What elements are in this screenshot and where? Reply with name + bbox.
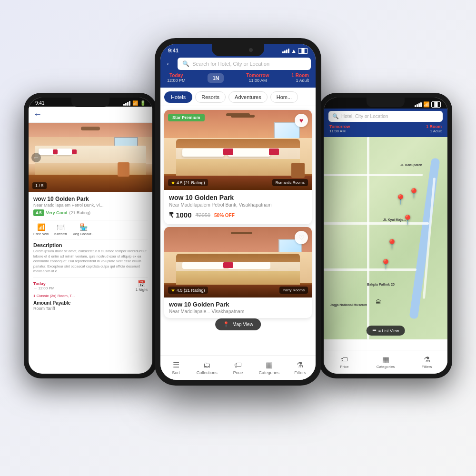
map-pin-4[interactable]: 📍	[386, 238, 398, 250]
tomorrow-time: 11:00 AM	[246, 78, 269, 83]
room-selection: 1 Classic (2x) Room, T...	[33, 294, 148, 298]
rating-label: Very Good	[46, 210, 68, 215]
right-phone-screen: 📶 ▐▌ 🔍 Hotel, City or Location Tomorrow …	[324, 98, 447, 374]
right-categories-icon: ▦	[382, 355, 389, 364]
map-road-3	[324, 268, 416, 271]
categories-icon: ▦	[266, 360, 273, 369]
map-pin-1[interactable]: 📍	[395, 194, 407, 205]
card1-heart[interactable]: ♥	[295, 114, 308, 127]
right-tomorrow-time: 11:00 AM	[329, 129, 350, 133]
left-phone: 9:41 📶 🔋 ←	[24, 93, 157, 378]
right-rooms-label: 1 Room	[426, 124, 442, 129]
center-header: ← 🔍 Search for Hotel, City or Location T…	[160, 55, 316, 88]
right-adults-label: 1 Adult	[426, 129, 442, 133]
card1-room-type: Romantic Rooms	[272, 179, 308, 186]
checkin-arrow: → 12:00 PM	[33, 286, 54, 290]
right-price-label: Price	[340, 365, 348, 369]
right-filters-label: Filters	[422, 365, 432, 369]
right-tomorrow-label: Tomorrow	[329, 124, 350, 129]
nav-collections[interactable]: 🗂 Collections	[191, 361, 222, 375]
card2-hotel-name: wow 10 Golden Park	[169, 301, 307, 308]
collections-label: Collections	[197, 370, 218, 375]
tab-hotels[interactable]: Hotels	[164, 91, 192, 103]
filters-label: Filters	[294, 370, 306, 375]
map-pin-2[interactable]: 📍	[408, 188, 420, 199]
map-view-btn[interactable]: 📍 Map View	[215, 318, 261, 330]
map-pin-5[interactable]: 📍	[380, 258, 392, 270]
rating-count: (21 Rating)	[69, 210, 91, 215]
nav-price[interactable]: 🏷 Price	[222, 361, 253, 375]
nav-categories[interactable]: ▦ Categories	[254, 360, 285, 375]
tomorrow-date-block: Tomorrow 11:00 AM	[246, 73, 269, 83]
categories-label: Categories	[258, 370, 279, 375]
card2-rating: ★ 4.5 (21 Rating)	[168, 287, 208, 294]
description-text: Lorem ipsum dolor sit amet, consectetur …	[33, 249, 148, 274]
card2-room-type: Party Rooms	[279, 287, 308, 294]
left-phone-screen: 9:41 📶 🔋 ←	[29, 98, 152, 374]
right-search-bar[interactable]: 🔍 Hotel, City or Location	[328, 111, 443, 122]
tab-homestays[interactable]: Hom...	[270, 91, 298, 103]
rating-score: 4.5	[33, 209, 44, 216]
card1-discount: 50% OFF	[214, 213, 235, 218]
tab-resorts[interactable]: Resorts	[195, 91, 226, 103]
right-nav-categories[interactable]: ▦ Categories	[365, 355, 407, 369]
hotel-card-1[interactable]: Star Premium ♥ Romantic Rooms ★	[164, 110, 312, 224]
today-date-block: Today 12:00 PM	[167, 73, 186, 83]
tab-adventures[interactable]: Adventures	[228, 91, 268, 103]
right-nav-price[interactable]: 🏷 Price	[324, 356, 365, 369]
card2-image: ♡ Party Rooms ★ 4.5 (21 Rating)	[164, 227, 312, 298]
tabs-row: Hotels Resorts Adventures Hom...	[160, 88, 316, 106]
left-back-btn[interactable]: ←	[33, 109, 42, 119]
filters-icon: ⚗	[297, 360, 303, 369]
map-label-museum: Jogja National Museum	[330, 303, 367, 307]
list-view-btn[interactable]: ☰ ≡ List View	[367, 326, 405, 336]
map-road-1	[324, 174, 423, 176]
price-icon: 🏷	[234, 361, 242, 369]
museum-icon: 🏛	[376, 299, 381, 306]
right-rooms-block: 1 Room 1 Adult	[426, 124, 442, 133]
card1-location: Near Maddilapalem Petrol Bunk, Visakhapa…	[169, 202, 307, 208]
hotel-card-2[interactable]: ♡ Party Rooms ★ 4.5 (21 Rating)	[164, 227, 312, 318]
map-label-bakpia: Bakpia Pathok 25	[367, 283, 395, 286]
price-label: Price	[233, 370, 243, 375]
amenity-wifi: 📶 Free Wifi	[33, 223, 49, 236]
cards-area: Star Premium ♥ Romantic Rooms ★	[160, 106, 316, 334]
map-pin-3[interactable]: 📍	[402, 214, 414, 226]
sort-icon: ☰	[173, 360, 179, 369]
collections-icon: 🗂	[203, 361, 211, 369]
rooms-block: 1 Room 1 Adult	[291, 73, 309, 83]
nav-filters[interactable]: ⚗ Filters	[285, 360, 316, 375]
adults-label: 1 Adult	[291, 78, 309, 83]
scene: 9:41 📶 🔋 ←	[0, 0, 476, 476]
card1-hotel-name: wow 10 Golden Park	[169, 194, 307, 201]
search-icon: 🔍	[182, 60, 189, 67]
nights-badge: 1N	[208, 73, 224, 83]
card2-heart[interactable]: ♡	[295, 231, 308, 244]
right-categories-label: Categories	[377, 365, 395, 369]
search-placeholder: Search for Hotel, City or Location	[192, 61, 269, 67]
center-back-btn[interactable]: ←	[165, 59, 174, 69]
center-time: 9:41	[168, 48, 178, 54]
today-label: Today	[167, 73, 186, 78]
center-phone-screen: 9:41 ▲ ▐▌ ← 🔍	[160, 44, 316, 380]
right-nav-filters[interactable]: ⚗ Filters	[406, 355, 447, 369]
today-time: 12:00 PM	[167, 78, 186, 83]
card1-star-badge: Star Premium	[168, 114, 205, 121]
right-search-icon: 🔍	[332, 113, 339, 119]
description-title: Description	[33, 242, 148, 248]
map-label-kabupaten: Jl. Kabupaten	[400, 163, 422, 167]
today-label: Today	[33, 281, 54, 286]
right-header: 🔍 Hotel, City or Location Tomorrow 11:00…	[324, 109, 447, 137]
right-price-icon: 🏷	[340, 356, 348, 364]
right-phone: 📶 ▐▌ 🔍 Hotel, City or Location Tomorrow …	[319, 93, 452, 378]
left-signal	[123, 101, 130, 106]
night-count: 1 Night	[136, 288, 148, 292]
left-hotel-location: Near Maddilapalem Petrol Bunk, Vi...	[33, 203, 148, 208]
left-time: 9:41	[35, 100, 44, 106]
search-bar[interactable]: 🔍 Search for Hotel, City or Location	[178, 58, 311, 70]
nav-sort[interactable]: ☰ Sort	[160, 360, 191, 375]
card1-original-price: ₹2959	[196, 212, 210, 218]
photo-counter: 1 / 5	[32, 182, 47, 189]
sort-label: Sort	[172, 370, 180, 375]
left-back-arrow[interactable]: ←	[31, 153, 41, 162]
